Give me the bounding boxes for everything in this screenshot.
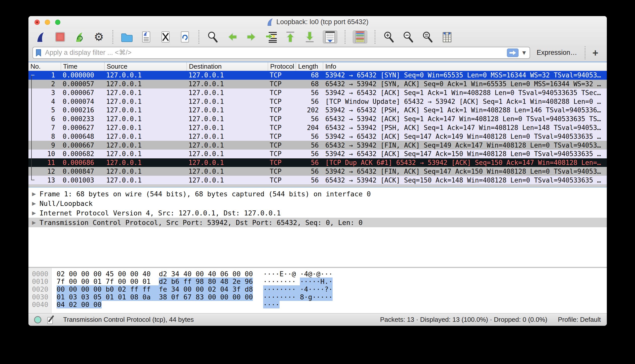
cell-time: 0.000216 <box>61 106 104 114</box>
hex-bytes[interactable]: 04 02 00 00 <box>57 301 102 308</box>
display-filter-field[interactable]: ▼ <box>32 47 530 59</box>
packet-row[interactable]: 70.000627127.0.0.1127.0.0.1TCP20465432 →… <box>28 123 607 132</box>
titlebar[interactable]: Loopback: lo0 (tcp port 65432) <box>28 16 607 28</box>
close-window-button[interactable] <box>34 20 40 25</box>
hex-bytes[interactable]: 00 00 00 00 b0 02 ff ff fe 34 00 00 02 0… <box>57 285 253 293</box>
expand-triangle-icon[interactable]: ▶ <box>28 200 39 206</box>
bookmark-icon[interactable] <box>35 49 42 57</box>
column-header-protocol[interactable]: Protocol <box>268 62 296 71</box>
detail-row-frame[interactable]: ▶ Frame 1: 68 bytes on wire (544 bits), … <box>28 189 607 199</box>
go-first-packet-button[interactable] <box>284 30 297 43</box>
auto-scroll-toggle[interactable] <box>323 30 337 43</box>
go-to-packet-button[interactable] <box>265 30 277 43</box>
hex-offset: 0010 <box>32 278 48 285</box>
resize-columns-button[interactable] <box>441 30 453 43</box>
hex-ascii[interactable]: ····E··@ ·4@·@··· <box>263 270 333 278</box>
cell-destination: 127.0.0.1 <box>186 80 268 88</box>
hex-bytes[interactable]: 7f 00 00 01 7f 00 00 01 d2 b6 ff 98 80 4… <box>57 278 253 285</box>
expert-info-circle-icon[interactable] <box>33 315 42 324</box>
capture-comment-pencil-icon[interactable] <box>47 315 55 324</box>
capture-options-button[interactable]: ⚙ <box>93 30 105 43</box>
packet-row[interactable]: 120.000847127.0.0.1127.0.0.1TCP5653942 →… <box>28 167 607 176</box>
status-profile[interactable]: Profile: Default <box>558 316 601 324</box>
expression-button[interactable]: Expression… <box>537 49 577 57</box>
find-packet-button[interactable] <box>207 30 219 43</box>
go-back-button[interactable] <box>226 30 239 43</box>
main-toolbar: ⚙ <box>28 28 607 46</box>
hex-row[interactable]: 0010 7f 00 00 01 7f 00 00 01 d2 b6 ff 98… <box>28 278 607 286</box>
hex-bytes-selected: 01 03 03 05 01 01 08 0a 38 0f 67 83 00 0… <box>57 293 253 301</box>
packet-row[interactable]: 40.000074127.0.0.1127.0.0.1TCP56[TCP Win… <box>28 97 607 106</box>
hex-ascii[interactable]: ········ 8·g····· <box>263 293 333 301</box>
hex-bytes[interactable]: 01 03 03 05 01 01 08 0a 38 0f 67 83 00 0… <box>57 293 253 301</box>
zoom-window-button[interactable] <box>55 20 60 25</box>
detail-row-null-loopback[interactable]: ▶ Null/Loopback <box>28 199 607 208</box>
column-header-info[interactable]: Info <box>323 62 607 71</box>
packet-row[interactable]: 90.000667127.0.0.1127.0.0.1TCP5665432 → … <box>28 141 607 150</box>
cell-protocol: TCP <box>268 150 296 158</box>
go-forward-button[interactable] <box>245 30 258 43</box>
cell-length: 56 <box>296 150 323 158</box>
hex-bytes[interactable]: 02 00 00 00 45 00 00 40 d2 34 40 00 40 0… <box>57 270 253 278</box>
packet-row[interactable]: 30.000067127.0.0.1127.0.0.1TCP5653942 → … <box>28 88 607 97</box>
pane-splitter[interactable] <box>28 185 607 188</box>
display-filter-input[interactable] <box>45 49 507 57</box>
close-file-button[interactable] <box>159 30 172 43</box>
packet-row[interactable]: 130.001003127.0.0.1127.0.0.1TCP5665432 →… <box>28 176 607 185</box>
save-file-button[interactable] <box>140 30 152 43</box>
go-last-packet-button[interactable] <box>303 30 316 43</box>
cell-time: 0.000074 <box>61 98 104 105</box>
packet-row[interactable]: 10.000000127.0.0.1127.0.0.1TCP6853942 → … <box>28 71 607 80</box>
hex-ascii[interactable]: ···· <box>263 301 280 308</box>
zoom-reset-icon <box>422 31 434 43</box>
stop-capture-button[interactable] <box>54 30 66 43</box>
filter-history-chevron-icon[interactable]: ▼ <box>521 50 527 56</box>
cell-length: 68 <box>296 71 323 79</box>
packet-row[interactable]: 20.000057127.0.0.1127.0.0.1TCP6865432 → … <box>28 80 607 88</box>
toolbar-separator <box>112 30 113 44</box>
hex-row[interactable]: 0030 01 03 03 05 01 01 08 0a 38 0f 67 83… <box>28 293 607 301</box>
expand-triangle-icon[interactable]: ▶ <box>28 210 39 216</box>
expand-triangle-icon[interactable]: ▶ <box>28 219 39 225</box>
detail-label: Transmission Control Protocol, Src Port:… <box>39 219 363 226</box>
hex-ascii-selected: ···· <box>263 301 280 308</box>
cell-protocol: TCP <box>268 124 296 131</box>
packet-row[interactable]: 60.000233127.0.0.1127.0.0.1TCP5665432 → … <box>28 115 607 123</box>
status-selected-field-text: Transmission Control Protocol (tcp), 44 … <box>63 316 194 324</box>
detail-row-tcp[interactable]: ▶ Transmission Control Protocol, Src Por… <box>28 218 607 227</box>
column-header-destination[interactable]: Destination <box>186 62 268 71</box>
hex-row[interactable]: 0040 04 02 00 00 ···· <box>28 301 607 308</box>
zoom-in-button[interactable] <box>383 30 395 43</box>
zoom-reset-button[interactable] <box>421 30 434 43</box>
column-header-time[interactable]: Time <box>61 62 104 71</box>
column-header-no[interactable]: No. <box>28 62 61 71</box>
cell-length: 68 <box>296 80 323 88</box>
cell-time: 0.000233 <box>61 115 104 123</box>
detail-row-ipv4[interactable]: ▶ Internet Protocol Version 4, Src: 127.… <box>28 208 607 218</box>
add-filter-button[interactable]: + <box>592 48 598 58</box>
cell-destination: 127.0.0.1 <box>186 106 268 114</box>
hex-ascii[interactable]: ········ ·····H.· <box>263 278 333 285</box>
restart-capture-button[interactable] <box>73 30 86 43</box>
cell-destination: 127.0.0.1 <box>186 159 268 166</box>
hex-ascii[interactable]: ········ ·4····?· <box>263 285 333 293</box>
column-header-source[interactable]: Source <box>104 62 186 71</box>
open-file-button[interactable] <box>121 30 133 43</box>
packet-row[interactable]: 80.000648127.0.0.1127.0.0.1TCP5653942 → … <box>28 132 607 141</box>
apply-filter-button[interactable] <box>507 49 519 57</box>
packet-row[interactable]: 110.000686127.0.0.1127.0.0.1TCP56[TCP Du… <box>28 158 607 167</box>
packet-row[interactable]: 100.000682127.0.0.1127.0.0.1TCP5653942 →… <box>28 150 607 158</box>
expand-triangle-icon[interactable]: ▶ <box>28 191 39 197</box>
reload-file-button[interactable] <box>179 30 191 43</box>
hex-row[interactable]: 0000 02 00 00 00 45 00 00 40 d2 34 40 00… <box>28 270 607 278</box>
detail-label: Frame 1: 68 bytes on wire (544 bits), 68… <box>39 190 371 198</box>
start-capture-button[interactable] <box>34 30 47 43</box>
colorize-toggle[interactable] <box>353 30 367 43</box>
packet-row[interactable]: 50.000216127.0.0.1127.0.0.1TCP20253942 →… <box>28 106 607 115</box>
cell-info: 53942 → 65432 [ACK] Seq=1 Ack=1 Win=4082… <box>323 89 607 97</box>
zoom-out-button[interactable] <box>402 30 415 43</box>
column-header-length[interactable]: Length <box>296 62 323 71</box>
cell-info: 65432 → 53942 [ACK] Seq=150 Ack=148 Win=… <box>323 176 607 184</box>
minimize-window-button[interactable] <box>45 20 50 25</box>
hex-row[interactable]: 0020 00 00 00 00 b0 02 ff ff fe 34 00 00… <box>28 285 607 293</box>
